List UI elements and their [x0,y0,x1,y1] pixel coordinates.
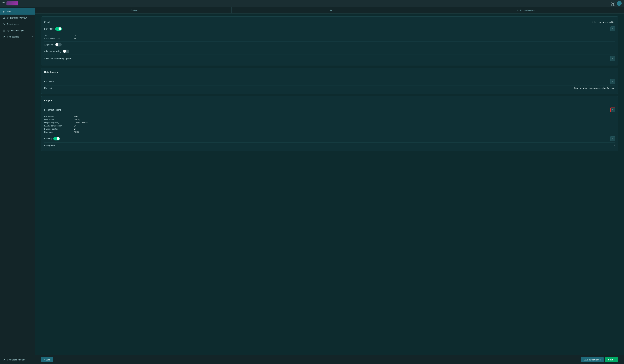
sidebar-item-experiments[interactable]: ∿ Experiments [0,21,35,27]
file-output-options-label: File output options [44,109,61,111]
data-format-value: FASTQ [74,119,80,121]
adaptive-sampling-label: Adaptive sampling [44,50,61,52]
app-body: ◎ Start ⊞ Sequencing overview ∿ Experime… [0,7,624,364]
data-format-row: Data format FASTQ [44,118,615,121]
save-configuration-button[interactable]: Save configuration [581,357,603,362]
fastq-compression-label: FASTQ compression [44,125,74,127]
barcoding-label-group: Barcoding [44,27,62,31]
raw-reads-row: Raw reads POD5 [44,130,615,133]
barcoding-sub-group: Trim Off Selected barcodes All [44,33,615,41]
sidebar-item-connection-manager[interactable]: ⚙ Connection manager [2,357,33,362]
run-limit-row: Run limit Stop run when sequencing reach… [44,85,615,91]
back-label: Back [46,359,50,361]
barcoding-toggle-knob [58,27,61,30]
footer-right: Save configuration Start ›› [581,357,618,362]
sidebar-item-label-sequencing: Sequencing overview [7,17,26,19]
min-q-score-label: Min Q score [44,144,55,147]
user-avatar[interactable]: L [617,1,622,6]
filtering-label: Filtering [44,137,52,140]
advanced-options-edit-button[interactable]: ✎ [610,56,615,61]
barcoding-toggle[interactable] [55,27,62,31]
output-header-row: Output [44,99,615,104]
step-kit-label: 2. Kit [327,9,332,11]
barcode-splitting-label: Barcode splitting [44,128,74,130]
step-positions-label: 1. Positions [128,9,138,11]
adaptive-sampling-row: Adaptive sampling [44,48,615,55]
grid-icon: ⊞ [2,16,5,19]
sidebar-item-host-settings[interactable]: ⚙ Host settings › [0,33,35,40]
adaptive-sampling-toggle[interactable] [63,50,69,53]
model-value: High-accuracy basecalling [591,21,615,23]
file-output-edit-button[interactable]: ✎ [610,107,615,112]
file-output-sub-group: File location /data/. Data format FASTQ … [44,114,615,135]
conditions-label: Conditions [44,80,54,83]
trim-value: Off [74,34,76,37]
file-location-row: File location /data/. [44,115,615,118]
selected-barcodes-label: Selected barcodes [44,37,74,40]
output-frequency-label: Output frequency [44,122,74,124]
filtering-row: Filtering ✎ [44,135,615,143]
file-location-value: /data/. [74,115,79,118]
step-positions[interactable]: 1. Positions [35,7,232,13]
filtering-toggle[interactable] [53,137,60,140]
sidebar-item-system-messages[interactable]: ▤ System messages [0,27,35,33]
barcoding-label: Barcoding [44,28,53,30]
content-area: Model High-accuracy basecalling Barcodin… [35,14,624,355]
app-logo [6,1,18,5]
file-output-options-row: File output options ✎ [44,106,615,114]
step-kit[interactable]: 2. Kit [232,7,428,13]
output-card: Output File output options ✎ File locati… [41,96,618,151]
save-configuration-label: Save configuration [584,359,601,361]
adaptive-label-group: Adaptive sampling [44,50,69,53]
trim-label: Trim [44,34,74,37]
raw-reads-label: Raw reads [44,131,74,133]
alignment-toggle[interactable] [55,43,62,47]
advanced-options-label: Advanced sequencing options [44,57,72,60]
filtering-label-group: Filtering [44,137,60,140]
conditions-edit-button[interactable]: ✎ [610,79,615,84]
alignment-label-group: Alignment [44,43,62,47]
start-icon: ◎ [2,10,5,13]
sidebar: ◎ Start ⊞ Sequencing overview ∿ Experime… [0,7,35,364]
settings-icon: ⚙ [2,35,5,38]
sidebar-nav: ◎ Start ⊞ Sequencing overview ∿ Experime… [0,7,35,355]
main-content: 1. Positions 2. Kit 3. Run configuration… [35,7,624,364]
fastq-compression-value: On [74,125,76,127]
back-button[interactable]: ‹ Back [41,357,53,362]
topbar: ☰ ? Help L [0,0,624,7]
experiments-icon: ∿ [2,23,5,26]
trim-row: Trim Off [44,34,615,37]
topbar-right: ? Help L [611,1,622,6]
barcode-splitting-row: Barcode splitting On [44,127,615,130]
barcoding-row: Barcoding ✎ [44,25,615,33]
start-arrow-icon: ›› [614,359,615,361]
output-frequency-value: Every 10 minutes [74,122,88,124]
help-icon: ? [612,1,614,4]
help-button[interactable]: ? Help [611,1,615,6]
alignment-toggle-knob [55,43,58,46]
start-button[interactable]: Start ›› [605,357,618,362]
model-label: Model [44,21,50,23]
steps-header: 1. Positions 2. Kit 3. Run configuration [35,7,624,14]
alignment-row: Alignment [44,41,615,48]
data-targets-header-row: Data targets [44,71,615,76]
help-label: Help [611,4,615,6]
messages-icon: ▤ [2,29,5,32]
data-targets-title: Data targets [44,71,58,74]
step-run-configuration[interactable]: 3. Run configuration [428,7,624,13]
sidebar-item-sequencing-overview[interactable]: ⊞ Sequencing overview [0,15,35,21]
run-limit-value: Stop run when sequencing reaches 24 hour… [574,87,615,89]
advanced-options-row: Advanced sequencing options ✎ [44,55,615,62]
connection-icon: ⚙ [2,358,5,361]
output-frequency-row: Output frequency Every 10 minutes [44,121,615,124]
sidebar-item-label-messages: System messages [7,29,24,32]
filtering-edit-button[interactable]: ✎ [610,136,615,141]
menu-icon[interactable]: ☰ [2,2,5,5]
topbar-left: ☰ [2,1,18,5]
sidebar-item-start[interactable]: ◎ Start [0,8,35,15]
file-location-label: File location [44,115,74,118]
step-run-label: 3. Run configuration [518,9,534,11]
data-format-label: Data format [44,119,74,121]
barcoding-edit-button[interactable]: ✎ [610,26,615,31]
sidebar-footer-label: Connection manager [7,359,26,361]
